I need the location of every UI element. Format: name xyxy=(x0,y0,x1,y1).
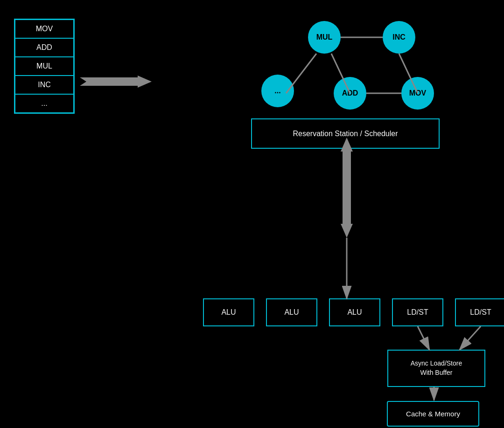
node-mov: MOV xyxy=(401,77,434,110)
node-add: ADD xyxy=(334,77,366,110)
instr-mov: MOV xyxy=(15,20,74,38)
instr-mul: MUL xyxy=(15,57,74,76)
svg-marker-12 xyxy=(341,224,353,238)
alu2-box: ALU xyxy=(266,298,317,326)
node-inc: INC xyxy=(383,21,415,54)
node-mul: MUL xyxy=(308,21,341,54)
alu3-box: ALU xyxy=(329,298,380,326)
reservation-station-box: Reservation Station / Scheduler xyxy=(251,118,440,149)
instr-inc: INC xyxy=(15,76,74,94)
rs-label: Reservation Station / Scheduler xyxy=(293,130,398,138)
instr-dots: ... xyxy=(15,94,74,113)
instruction-queue: MOV ADD MUL INC ... xyxy=(14,19,75,114)
svg-line-14 xyxy=(418,326,429,350)
async-buffer-box: Async Load/StoreWith Buffer xyxy=(387,350,485,387)
svg-marker-4 xyxy=(77,76,86,88)
cache-memory-box: Cache & Memory xyxy=(387,401,479,427)
svg-line-15 xyxy=(460,326,481,350)
async-label: Async Load/StoreWith Buffer xyxy=(411,359,462,377)
svg-marker-3 xyxy=(138,76,152,88)
ldst1-box: LD/ST xyxy=(392,298,443,326)
node-dots: ... xyxy=(261,75,294,107)
cache-label: Cache & Memory xyxy=(406,410,460,418)
instr-add: ADD xyxy=(15,38,74,57)
alu1-box: ALU xyxy=(203,298,254,326)
ldst2-box: LD/ST xyxy=(455,298,504,326)
